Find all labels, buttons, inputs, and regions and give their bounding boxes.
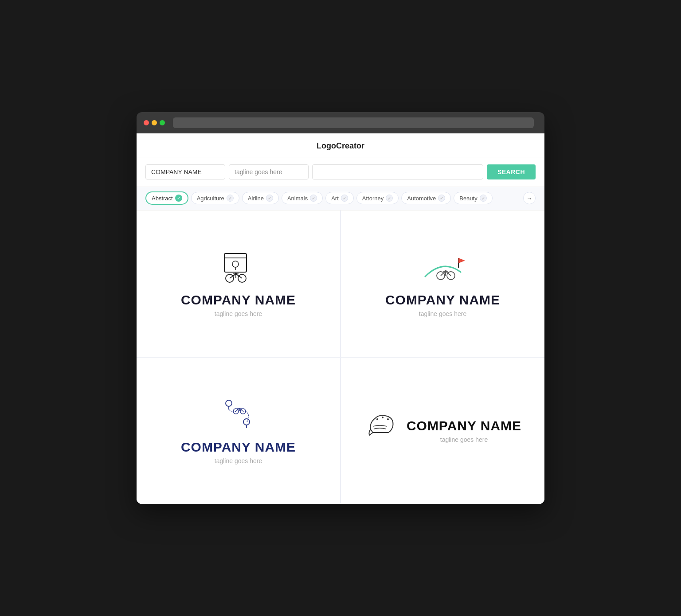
svg-point-32	[387, 418, 389, 420]
logo-3-tagline: tagline goes here	[215, 457, 262, 464]
filter-agriculture-label: Agriculture	[197, 195, 224, 202]
search-bar: SEARCH	[137, 157, 544, 187]
svg-point-20	[226, 400, 232, 406]
logo-4-text-group: COMPANY NAME tagline goes here	[407, 418, 521, 443]
filter-animals-check: ✓	[310, 195, 317, 202]
logo-card-2[interactable]: COMPANY NAME tagline goes here	[341, 211, 544, 357]
filter-agriculture-check: ✓	[227, 195, 234, 202]
browser-titlebar	[137, 112, 544, 133]
svg-point-19	[444, 270, 446, 273]
logo-2-tagline: tagline goes here	[419, 310, 466, 317]
logo-4-tagline: tagline goes here	[407, 436, 521, 443]
logo-3-company-name: COMPANY NAME	[181, 440, 296, 455]
app-title: LogoCreator	[317, 141, 364, 150]
logo-card-4[interactable]: COMPANY NAME tagline goes here	[341, 358, 544, 504]
filter-art[interactable]: Art ✓	[325, 192, 354, 204]
filter-attorney[interactable]: Attorney ✓	[356, 192, 399, 204]
svg-point-10	[235, 273, 237, 275]
app-header: LogoCreator	[137, 133, 544, 157]
filter-automotive-check: ✓	[438, 195, 445, 202]
svg-point-2	[232, 261, 239, 267]
logo-2-company-name: COMPANY NAME	[385, 292, 500, 308]
filter-animals[interactable]: Animals ✓	[282, 192, 323, 204]
logo-card-1[interactable]: COMPANY NAME tagline goes here	[137, 211, 340, 357]
filter-abstract-check: ✓	[175, 195, 182, 202]
filter-art-check: ✓	[341, 195, 348, 202]
tagline-input[interactable]	[229, 164, 309, 179]
logo-icon-3	[216, 397, 261, 433]
address-bar	[173, 117, 534, 128]
logo-icon-4	[364, 409, 399, 445]
traffic-lights	[144, 120, 165, 125]
svg-point-28	[243, 419, 250, 425]
logo-grid: COMPANY NAME tagline goes here	[137, 211, 544, 504]
filter-automotive-label: Automotive	[407, 195, 436, 202]
filter-airline-label: Airline	[248, 195, 264, 202]
svg-marker-12	[458, 258, 465, 263]
filter-art-label: Art	[331, 195, 339, 202]
logo-icon-1	[216, 250, 261, 285]
logo-1-company-name: COMPANY NAME	[181, 292, 296, 308]
filter-next-arrow[interactable]: →	[523, 192, 536, 204]
logo-4-company-name: COMPANY NAME	[407, 418, 521, 433]
company-name-input[interactable]	[145, 164, 225, 179]
filter-bar: Abstract ✓ Agriculture ✓ Airline ✓ Anima…	[137, 187, 544, 211]
filter-attorney-check: ✓	[386, 195, 393, 202]
filter-attorney-label: Attorney	[362, 195, 384, 202]
search-button[interactable]: SEARCH	[487, 164, 536, 179]
browser-window: LogoCreator SEARCH Abstract ✓ Agricultur…	[137, 112, 544, 504]
maximize-button[interactable]	[160, 120, 165, 125]
logo-card-3[interactable]: COMPANY NAME tagline goes here	[137, 358, 340, 504]
app-content: LogoCreator SEARCH Abstract ✓ Agricultur…	[137, 133, 544, 504]
keyword-input[interactable]	[312, 164, 483, 179]
filter-beauty[interactable]: Beauty ✓	[454, 192, 492, 204]
svg-point-31	[382, 417, 384, 418]
filter-abstract[interactable]: Abstract ✓	[145, 191, 188, 205]
filter-automotive[interactable]: Automotive ✓	[401, 192, 451, 204]
close-button[interactable]	[144, 120, 149, 125]
minimize-button[interactable]	[152, 120, 157, 125]
logo-icon-2	[416, 250, 470, 285]
filter-agriculture[interactable]: Agriculture ✓	[191, 192, 239, 204]
filter-abstract-label: Abstract	[152, 195, 173, 202]
filter-animals-label: Animals	[287, 195, 308, 202]
logo-1-tagline: tagline goes here	[215, 310, 262, 317]
filter-beauty-label: Beauty	[459, 195, 477, 202]
filter-airline-check: ✓	[266, 195, 273, 202]
filter-beauty-check: ✓	[480, 195, 487, 202]
filter-airline[interactable]: Airline ✓	[242, 192, 279, 204]
svg-point-30	[376, 418, 378, 420]
